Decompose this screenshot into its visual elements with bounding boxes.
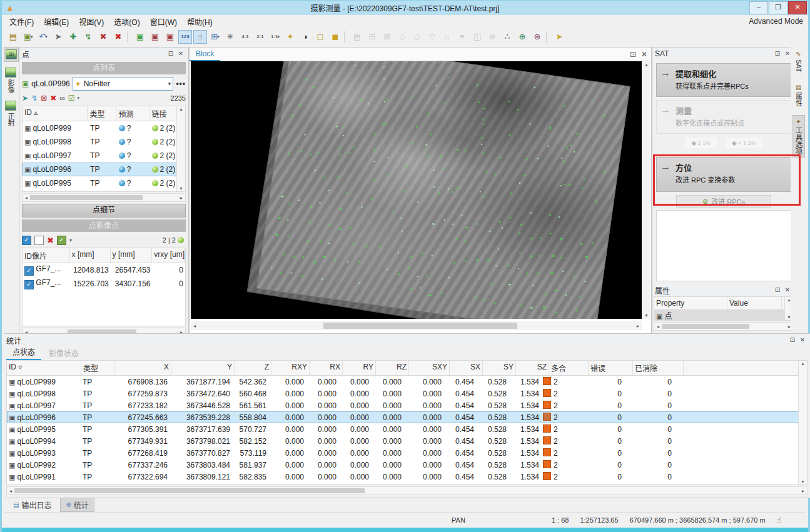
- stats-row[interactable]: ▣qLoL0P992TP677337.2463673803.484581.937…: [7, 459, 807, 471]
- find-icon[interactable]: ∞: [59, 94, 65, 103]
- menu-item[interactable]: 视图(V): [74, 15, 109, 28]
- tab-ortho[interactable]: 正射: [4, 99, 18, 128]
- tripod-icon[interactable]: ∴: [500, 30, 514, 44]
- quality-badge[interactable]: ◆ < 1 1%: [726, 138, 762, 148]
- meas-col-header[interactable]: y [mm]: [111, 248, 153, 263]
- stats-col-header[interactable]: RZ: [376, 361, 409, 375]
- measure-point-icon[interactable]: ✚: [66, 30, 80, 44]
- lock-icon[interactable]: ◼: [328, 30, 342, 44]
- point-row[interactable]: ▣qLoL0P999TP?2 (2): [23, 121, 185, 135]
- delete-point-icon[interactable]: ✖: [50, 94, 56, 103]
- zoom-2-1-icon[interactable]: 2:1: [253, 30, 267, 44]
- stats-col-header[interactable]: SY: [483, 361, 516, 375]
- chevron-down-icon[interactable]: ▾: [69, 238, 72, 243]
- tab-sat[interactable]: ✎SAT: [794, 48, 803, 75]
- checklist-icon[interactable]: ☑: [68, 94, 75, 103]
- delete-filtered-icon[interactable]: ⊠: [41, 94, 47, 103]
- accept-icon[interactable]: ✓: [57, 236, 66, 245]
- stats-col-header[interactable]: Z: [235, 361, 271, 375]
- point-details-button[interactable]: 点细节: [22, 204, 186, 218]
- tab-tool-options[interactable]: ✦工具选项: [792, 115, 805, 158]
- row-checkbox[interactable]: ✓: [24, 266, 34, 276]
- point-col-header[interactable]: 类型: [88, 106, 116, 121]
- point-row[interactable]: ▣qLoL0P996TP?2 (2): [23, 163, 185, 176]
- hide-image-icon[interactable]: ▣: [148, 30, 162, 44]
- zoom-1-1-icon[interactable]: 1:1▾: [268, 30, 282, 44]
- menu-item[interactable]: 编辑(E): [39, 15, 74, 28]
- block-hscrollbar[interactable]: ◄ ►: [191, 321, 642, 330]
- close-icon[interactable]: ✕: [797, 336, 807, 344]
- meas-col-header[interactable]: x [mm]: [70, 248, 111, 263]
- close-icon[interactable]: ✕: [176, 49, 186, 58]
- stats-col-header[interactable]: RY: [343, 361, 376, 375]
- globe-icon[interactable]: ⊕: [515, 30, 529, 44]
- filter-more-button[interactable]: •••: [176, 79, 186, 88]
- point-table-hscrollbar[interactable]: ◄►: [22, 193, 186, 202]
- measurement-row[interactable]: ✓ GF7_...15226.70334307.1560: [23, 277, 185, 291]
- step-orientation[interactable]: → 方位 改进 RPC 变换参数: [656, 157, 791, 192]
- point-ids-icon[interactable]: 123: [178, 30, 192, 44]
- props-hscrollbar[interactable]: ◄►: [654, 322, 794, 331]
- point-edit-icon[interactable]: ▣: [22, 79, 29, 88]
- stats-col-header[interactable]: SZ: [516, 361, 549, 375]
- dock-tab-stats[interactable]: ⊕统计: [60, 498, 94, 512]
- sat-listbox[interactable]: [656, 210, 791, 281]
- menu-item[interactable]: 文件(F): [4, 15, 39, 28]
- menu-item[interactable]: 帮助(H): [182, 15, 218, 28]
- save-icon[interactable]: ▤: [6, 30, 20, 44]
- polyline-icon[interactable]: ↯: [81, 30, 95, 44]
- stats-col-header[interactable]: Y: [171, 361, 235, 375]
- stats-row[interactable]: ▣qLoL0P995TP677305.3913673717.639570.727…: [7, 423, 807, 435]
- tab-images[interactable]: 影像: [4, 66, 18, 95]
- camera-icon[interactable]: ⊛: [530, 30, 544, 44]
- stats-col-header[interactable]: RX: [310, 361, 343, 375]
- stats-tab[interactable]: 影像状态: [43, 346, 85, 360]
- undock-icon[interactable]: ⊡: [772, 286, 782, 294]
- block-canvas[interactable]: [191, 61, 642, 319]
- contrast-icon[interactable]: ◑: [298, 30, 312, 44]
- check-all-icon[interactable]: ✓: [22, 236, 31, 245]
- close-icon[interactable]: ✕: [641, 50, 647, 59]
- key-icon[interactable]: ✦: [283, 30, 297, 44]
- tab-block[interactable]: Block: [190, 47, 220, 61]
- stats-tab[interactable]: 点状态: [6, 344, 41, 360]
- stats-row[interactable]: ▣qLoL0P998TP677259.8733673472.640560.468…: [7, 388, 807, 399]
- meas-col-header[interactable]: vrxy [um]: [152, 248, 185, 263]
- fit-view-icon[interactable]: ✳: [223, 30, 237, 44]
- point-row[interactable]: ▣qLoL0P998TP?2 (2): [23, 135, 185, 149]
- tab-3d-view[interactable]: 3D: [4, 47, 19, 62]
- undo-move-icon[interactable]: ↶▾: [36, 30, 50, 44]
- stats-col-header[interactable]: ID ▿: [7, 361, 81, 375]
- measure-pin-icon[interactable]: ➤: [22, 94, 28, 103]
- delete-selection-icon[interactable]: ✖: [96, 30, 110, 44]
- add-photo-icon[interactable]: ▣▾: [21, 30, 35, 44]
- stats-col-header[interactable]: 错误: [589, 361, 633, 375]
- stats-col-header[interactable]: SXY: [409, 361, 450, 375]
- maximize-button[interactable]: ❐: [769, 1, 787, 14]
- stats-row[interactable]: ▣qLoL0P999TP676908.1363671877.194542.362…: [7, 376, 807, 388]
- point-col-header[interactable]: ID ▵: [23, 106, 88, 121]
- stats-col-header[interactable]: SX: [450, 361, 483, 375]
- pan-icon[interactable]: ☝: [193, 30, 207, 44]
- block-vscrollbar[interactable]: ▲ ▼: [642, 61, 651, 319]
- menu-item[interactable]: 选项(O): [109, 15, 144, 28]
- step-extract-refine[interactable]: → 提取和细化 获得联系点并完善RPCs: [656, 63, 791, 97]
- tab-properties[interactable]: ▤属性: [793, 81, 804, 109]
- stats-col-header[interactable]: 类型: [81, 361, 114, 375]
- stats-col-header[interactable]: RXY: [271, 361, 310, 375]
- select-cursor-icon[interactable]: ➤: [51, 30, 65, 44]
- pointer-mode-icon[interactable]: ➤: [552, 30, 566, 44]
- undock-icon[interactable]: ⊡: [166, 49, 176, 58]
- props-row[interactable]: ▣点: [654, 310, 793, 320]
- stats-col-header[interactable]: X: [114, 361, 171, 375]
- stats-col-header[interactable]: 多合: [549, 361, 589, 375]
- zoom-window-icon[interactable]: ⊞▾: [208, 30, 222, 44]
- stats-row[interactable]: ▣qLoL0P997TP677233.1823673446.528561.561…: [7, 399, 807, 411]
- delete-measurement-icon[interactable]: ✖: [47, 236, 54, 245]
- stats-hscrollbar[interactable]: ◄►: [6, 486, 807, 495]
- measurement-row[interactable]: ✓ GF7_...12048.81326547.4530: [23, 263, 185, 277]
- point-row[interactable]: ▣qLoL0P995TP?2 (2): [23, 176, 185, 190]
- undock-icon[interactable]: ⊡: [787, 336, 797, 344]
- props-col-property[interactable]: Property: [654, 297, 727, 309]
- stats-row[interactable]: ▣qLoL0P994TP677349.9313673798.021582.152…: [7, 435, 807, 447]
